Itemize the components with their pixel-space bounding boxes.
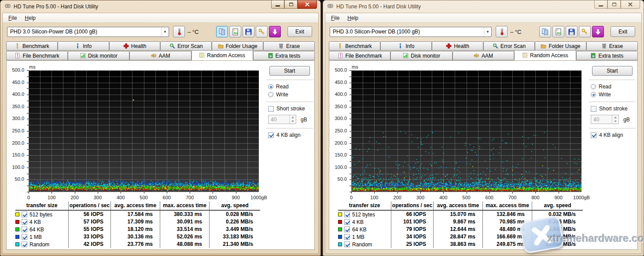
tab-extra-tests[interactable]: Extra tests xyxy=(576,51,638,60)
maximize-icon xyxy=(289,3,293,6)
tab-file-benchmark[interactable]: File Benchmark xyxy=(6,51,68,60)
drive-select[interactable]: PHD 3.0 Silicon-Power DB (1000 gB) ▼ xyxy=(330,27,492,37)
drive-select[interactable]: PHD 3.0 Silicon-Power DB (1000 gB) ▼ xyxy=(7,27,169,37)
tab-disk-monitor[interactable]: Disk monitor xyxy=(68,51,129,60)
checkbox-checked-icon xyxy=(591,132,596,138)
series-checkbox[interactable] xyxy=(344,219,350,225)
y-tick-label: 200.0 xyxy=(331,140,347,146)
series-checkbox[interactable] xyxy=(344,241,350,247)
window-title: HD Tune Pro 5.00 - Hard Disk Utility xyxy=(336,4,421,10)
random-access-panel: ms 500.0450.0400.0350.0300.0250.0200.015… xyxy=(329,60,638,250)
app-icon xyxy=(327,3,334,11)
series-checkbox[interactable] xyxy=(344,227,350,232)
minimize-button[interactable] xyxy=(594,0,607,9)
tab-erase[interactable]: Erase xyxy=(586,41,638,51)
tab-health[interactable]: Health xyxy=(432,41,483,51)
tab-folder-usage[interactable]: Folder Usage xyxy=(212,41,263,51)
temperature-button[interactable] xyxy=(496,26,508,37)
copy-text-button[interactable] xyxy=(539,26,551,37)
tab-aam[interactable]: AAM xyxy=(129,51,191,60)
write-radio[interactable]: Write xyxy=(591,91,637,98)
titlebar[interactable]: HD Tune Pro 5.00 - Hard Disk Utility xyxy=(323,0,644,13)
copy-image-button[interactable] xyxy=(552,26,564,37)
maximize-button[interactable] xyxy=(284,0,298,9)
save-button[interactable] xyxy=(243,26,254,37)
short-stroke-checkbox[interactable]: Short stroke xyxy=(268,106,314,112)
copy-text-button[interactable] xyxy=(216,26,228,37)
chevron-down-icon[interactable]: ▼ xyxy=(161,27,169,37)
save-button[interactable] xyxy=(566,26,578,37)
tab-random-access[interactable]: Random Access xyxy=(191,50,253,60)
titlebar[interactable]: HD Tune Pro 5.00 - Hard Disk Utility xyxy=(0,0,320,13)
tab-disk-monitor[interactable]: Disk monitor xyxy=(390,51,452,60)
menu-file[interactable]: File xyxy=(327,14,343,22)
series-color-swatch xyxy=(338,235,342,239)
exit-button[interactable]: Exit xyxy=(611,26,635,37)
close-button[interactable] xyxy=(298,0,317,9)
tab-error-scan[interactable]: Error Scan xyxy=(160,41,212,51)
chevron-down-icon[interactable]: ▼ xyxy=(484,27,491,37)
y-tick-label: 50.0 xyxy=(331,176,347,182)
write-label: Write xyxy=(276,91,288,98)
4kb-align-checkbox[interactable]: 4 KB align xyxy=(591,132,637,138)
write-radio[interactable]: Write xyxy=(268,91,314,98)
start-button[interactable]: Start xyxy=(269,66,310,76)
tab-benchmark[interactable]: Benchmark xyxy=(6,41,58,51)
x-tick-label: 300 xyxy=(409,195,431,200)
tab-label: Erase xyxy=(609,43,623,49)
tab-benchmark[interactable]: Benchmark xyxy=(329,41,380,51)
minimize-button[interactable] xyxy=(271,0,284,9)
table-row: 512 bytes 66 IOPS 15.070 ms 132.846 ms 0… xyxy=(338,211,583,218)
tab-health[interactable]: Health xyxy=(109,41,161,51)
exit-button[interactable]: Exit xyxy=(287,26,312,37)
x-tick-label: 200 xyxy=(386,195,408,200)
save-results-button[interactable] xyxy=(592,26,604,37)
copy-image-button[interactable] xyxy=(229,26,241,37)
window-client-area: File Help PHD 3.0 Silicon-Power DB (1000… xyxy=(2,13,319,254)
exclamation-icon xyxy=(337,43,343,49)
menu-file[interactable]: File xyxy=(4,14,21,22)
series-checkbox[interactable] xyxy=(22,219,27,225)
x-tick-label: 400 xyxy=(432,195,454,200)
tab-error-scan[interactable]: Error Scan xyxy=(483,41,535,51)
tab-label: Health xyxy=(131,43,147,49)
read-radio[interactable]: Read xyxy=(268,84,314,90)
series-checkbox[interactable] xyxy=(22,234,27,240)
series-checkbox[interactable] xyxy=(22,227,27,232)
options-button[interactable] xyxy=(256,26,268,37)
tab-file-benchmark[interactable]: File Benchmark xyxy=(329,51,390,60)
radio-icon xyxy=(591,92,596,97)
start-button[interactable]: Start xyxy=(592,66,633,76)
series-checkbox[interactable] xyxy=(344,234,350,240)
ops-value: 57 IOPS xyxy=(68,218,110,226)
maximize-button[interactable] xyxy=(607,0,621,9)
menu-help[interactable]: Help xyxy=(343,14,362,22)
tab-extra-tests[interactable]: Extra tests xyxy=(253,51,315,60)
series-checkbox[interactable] xyxy=(344,212,350,217)
avg-speed-value: 13.056 MB/s xyxy=(532,241,583,248)
x-tick-label: 600 xyxy=(478,195,500,200)
series-checkbox[interactable] xyxy=(22,241,27,247)
series-checkbox[interactable] xyxy=(22,212,27,217)
tab-info[interactable]: Info xyxy=(58,41,109,51)
read-radio[interactable]: Read xyxy=(591,84,637,90)
short-stroke-checkbox[interactable]: Short stroke xyxy=(591,106,637,112)
avg-access-value: 23.776 ms xyxy=(110,241,160,248)
temperature-button[interactable] xyxy=(173,26,185,37)
toolbar: PHD 3.0 Silicon-Power DB (1000 gB) ▼ – °… xyxy=(325,23,641,40)
tab-erase[interactable]: Erase xyxy=(263,41,315,51)
tab-label: File Benchmark xyxy=(22,53,59,59)
tab-info[interactable]: Info xyxy=(380,41,432,51)
options-button[interactable] xyxy=(579,26,591,37)
close-button[interactable] xyxy=(621,0,640,9)
menu-help[interactable]: Help xyxy=(21,14,40,22)
copy-text-icon xyxy=(541,28,549,36)
series-color-swatch xyxy=(15,220,19,224)
4kb-align-checkbox[interactable]: 4 KB align xyxy=(268,132,314,138)
max-access-value: 166.669 ms xyxy=(482,233,532,241)
tab-random-access[interactable]: Random Access xyxy=(514,50,576,60)
tab-folder-usage[interactable]: Folder Usage xyxy=(535,41,586,51)
save-results-button[interactable] xyxy=(269,26,281,37)
health-cross-icon xyxy=(446,43,452,49)
tab-aam[interactable]: AAM xyxy=(453,51,514,60)
